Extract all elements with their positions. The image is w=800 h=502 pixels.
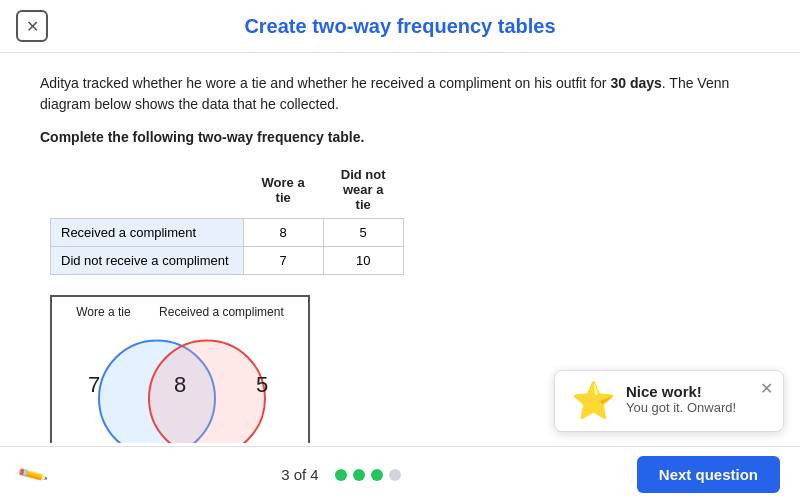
table-row: Received a compliment 8 5 [51, 219, 404, 247]
problem-text: Aditya tracked whether he wore a tie and… [40, 73, 760, 115]
svg-point-1 [149, 341, 265, 444]
row1-label: Received a compliment [51, 219, 244, 247]
venn-num-left: 7 [88, 372, 100, 398]
row1-val1: 8 [243, 219, 323, 247]
venn-labels: Wore a tie Received a compliment [52, 305, 308, 319]
instruction-text: Complete the following two-way frequency… [40, 129, 760, 145]
pencil-icon: ✏️ [16, 458, 50, 491]
row2-val2: 10 [323, 247, 403, 275]
venn-num-outside: 10 [262, 442, 282, 444]
dot-4 [389, 469, 401, 481]
table-row: Did not receive a compliment 7 10 [51, 247, 404, 275]
venn-num-right: 5 [256, 372, 268, 398]
dot-2 [353, 469, 365, 481]
progress-dots [335, 469, 401, 481]
close-icon: ✕ [26, 17, 39, 36]
table-empty-header [51, 161, 244, 219]
footer-center: 3 of 4 [281, 466, 401, 483]
venn-label-right: Received a compliment [159, 305, 284, 319]
dot-1 [335, 469, 347, 481]
row2-label: Did not receive a compliment [51, 247, 244, 275]
footer: ✏️ 3 of 4 Next question [0, 446, 800, 502]
row1-val2: 5 [323, 219, 403, 247]
toast-title: Nice work! [626, 383, 736, 400]
progress-label: 3 of 4 [281, 466, 319, 483]
row2-val1: 7 [243, 247, 323, 275]
frequency-table: Wore a tie Did not wear a tie Received a… [50, 161, 404, 275]
page-title: Create two-way frequency tables [244, 15, 555, 38]
next-question-button[interactable]: Next question [637, 456, 780, 493]
venn-label-left: Wore a tie [76, 305, 130, 319]
toast-body: You got it. Onward! [626, 400, 736, 415]
venn-num-center: 8 [174, 372, 186, 398]
venn-diagram: Wore a tie Received a compliment 7 8 5 1… [50, 295, 310, 443]
dot-3 [371, 469, 383, 481]
toast-text: Nice work! You got it. Onward! [626, 383, 736, 415]
toast-notification: ⭐ Nice work! You got it. Onward! ✕ [554, 370, 784, 432]
star-icon: ⭐ [571, 383, 616, 419]
col2-header: Did not wear a tie [323, 161, 403, 219]
header: ✕ Create two-way frequency tables [0, 0, 800, 53]
col1-header: Wore a tie [243, 161, 323, 219]
footer-left: ✏️ [20, 463, 45, 487]
close-button[interactable]: ✕ [16, 10, 48, 42]
toast-close-button[interactable]: ✕ [760, 379, 773, 398]
